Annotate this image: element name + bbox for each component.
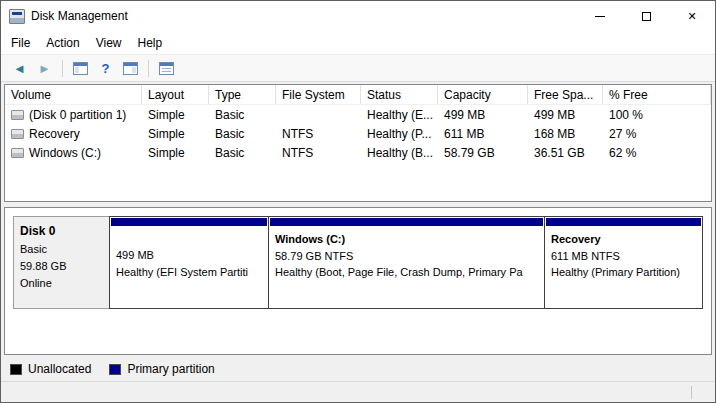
volume-status: Healthy (E... <box>361 105 438 124</box>
unallocated-swatch-icon <box>10 364 22 375</box>
app-icon <box>9 9 25 24</box>
volume-capacity: 499 MB <box>438 105 528 124</box>
column-header-pct-free[interactable]: % Free <box>603 85 711 104</box>
console-tree-button[interactable] <box>68 57 93 79</box>
column-header-layout[interactable]: Layout <box>142 85 209 104</box>
disk-name: Disk 0 <box>20 222 103 241</box>
disk-status: Online <box>20 275 103 292</box>
help-button[interactable]: ? <box>93 57 118 79</box>
volume-free-space: 36.51 GB <box>528 143 603 162</box>
properties-icon <box>159 62 174 75</box>
window-title: Disk Management <box>31 9 128 23</box>
disk-management-window: Disk Management ✕ File Action View Help … <box>0 0 716 403</box>
forward-button[interactable]: ► <box>32 57 57 79</box>
volume-icon <box>11 110 24 120</box>
window-controls: ✕ <box>577 1 715 31</box>
help-icon: ? <box>102 62 110 75</box>
volume-pct-free: 62 % <box>603 143 711 162</box>
maximize-button[interactable] <box>623 1 669 31</box>
console-tree-icon <box>73 62 88 75</box>
legend-label: Unallocated <box>28 362 91 376</box>
forward-arrow-icon: ► <box>38 62 51 75</box>
legend-item-unallocated: Unallocated <box>10 362 91 376</box>
table-row[interactable]: Windows (C:) Simple Basic NTFS Healthy (… <box>5 143 711 162</box>
action-pane-button[interactable] <box>118 57 143 79</box>
column-header-volume[interactable]: Volume <box>5 85 142 104</box>
minimize-button[interactable] <box>577 1 623 31</box>
volume-pct-free: 100 % <box>603 105 711 124</box>
volume-name: Recovery <box>29 127 80 141</box>
partition-status: Healthy (Boot, Page File, Crash Dump, Pr… <box>275 264 538 281</box>
column-header-type[interactable]: Type <box>209 85 276 104</box>
partition-status: Healthy (Primary Partition) <box>551 264 696 281</box>
table-row[interactable]: (Disk 0 partition 1) Simple Basic Health… <box>5 105 711 124</box>
disk-info-panel[interactable]: Disk 0 Basic 59.88 GB Online <box>13 216 110 309</box>
partition-color-band <box>546 218 701 226</box>
statusbar <box>1 381 715 402</box>
partition-name: Recovery <box>551 231 696 248</box>
titlebar[interactable]: Disk Management ✕ <box>1 1 715 31</box>
volume-capacity: 611 MB <box>438 124 528 143</box>
volume-icon <box>11 148 24 158</box>
partition-recovery[interactable]: Recovery 611 MB NTFS Healthy (Primary Pa… <box>544 216 703 309</box>
legend: Unallocated Primary partition <box>1 357 715 381</box>
primary-partition-swatch-icon <box>109 364 121 375</box>
volume-file-system: NTFS <box>276 124 361 143</box>
volume-free-space: 168 MB <box>528 124 603 143</box>
toolbar-separator <box>148 60 149 77</box>
partition-windows-c[interactable]: Windows (C:) 58.79 GB NTFS Healthy (Boot… <box>268 216 545 309</box>
partition-color-band <box>270 218 543 226</box>
maximize-icon <box>642 12 651 21</box>
back-arrow-icon: ◄ <box>13 62 26 75</box>
legend-item-primary-partition: Primary partition <box>109 362 214 376</box>
volume-layout: Simple <box>142 143 209 162</box>
statusbar-divider <box>691 386 692 399</box>
minimize-icon <box>595 16 605 17</box>
menu-view[interactable]: View <box>88 33 130 53</box>
partition-status: Healthy (EFI System Partiti <box>116 264 262 281</box>
disk-type: Basic <box>20 241 103 258</box>
legend-label: Primary partition <box>127 362 214 376</box>
back-button[interactable]: ◄ <box>7 57 32 79</box>
volume-name: Windows (C:) <box>29 146 101 160</box>
disk-size: 59.88 GB <box>20 258 103 275</box>
partition-color-band <box>111 218 267 226</box>
partition-name: Windows (C:) <box>275 231 538 248</box>
volume-file-system: NTFS <box>276 143 361 162</box>
action-pane-icon <box>123 62 138 75</box>
volume-name: (Disk 0 partition 1) <box>29 108 126 122</box>
column-header-status[interactable]: Status <box>361 85 438 104</box>
partition-size: 611 MB NTFS <box>551 248 696 265</box>
volume-capacity: 58.79 GB <box>438 143 528 162</box>
volume-status: Healthy (B... <box>361 143 438 162</box>
disk-row: Disk 0 Basic 59.88 GB Online 499 MB Heal… <box>13 216 703 309</box>
volume-layout: Simple <box>142 124 209 143</box>
table-row[interactable]: Recovery Simple Basic NTFS Healthy (P...… <box>5 124 711 143</box>
column-header-capacity[interactable]: Capacity <box>438 85 528 104</box>
volume-status: Healthy (P... <box>361 124 438 143</box>
disk-graphical-panel: Disk 0 Basic 59.88 GB Online 499 MB Heal… <box>4 207 712 355</box>
partition-efi[interactable]: 499 MB Healthy (EFI System Partiti <box>109 216 269 309</box>
volume-pct-free: 27 % <box>603 124 711 143</box>
menu-help[interactable]: Help <box>130 33 171 53</box>
close-icon: ✕ <box>687 11 696 22</box>
partition-name <box>116 231 262 247</box>
properties-button[interactable] <box>154 57 179 79</box>
volume-icon <box>11 129 24 139</box>
close-button[interactable]: ✕ <box>669 1 715 31</box>
column-header-free-space[interactable]: Free Spa... <box>528 85 603 104</box>
volume-type: Basic <box>209 143 276 162</box>
column-header-file-system[interactable]: File System <box>276 85 361 104</box>
menu-action[interactable]: Action <box>38 33 87 53</box>
menu-file[interactable]: File <box>3 33 38 53</box>
volume-type: Basic <box>209 105 276 124</box>
volume-table-header: Volume Layout Type File System Status Ca… <box>5 85 711 105</box>
toolbar-separator <box>62 60 63 77</box>
volume-file-system <box>276 105 361 124</box>
partition-size: 58.79 GB NTFS <box>275 248 538 265</box>
toolbar: ◄ ► ? <box>1 54 715 82</box>
menubar: File Action View Help <box>1 31 715 54</box>
volume-free-space: 499 MB <box>528 105 603 124</box>
partition-size: 499 MB <box>116 247 262 264</box>
volume-list-panel: Volume Layout Type File System Status Ca… <box>4 84 712 202</box>
